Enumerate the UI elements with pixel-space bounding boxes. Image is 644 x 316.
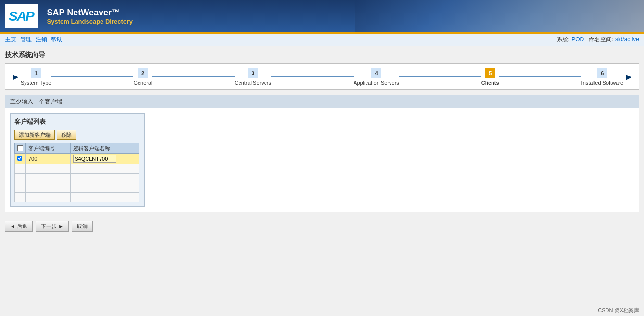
namespace-value[interactable]: sld/active: [615, 36, 639, 43]
system-name[interactable]: POD: [571, 36, 584, 43]
page-footer: CSDN @X档案库: [593, 305, 644, 316]
panel-header: 至少输入一个客户端: [5, 95, 639, 108]
table-row: [15, 193, 139, 202]
table-row[interactable]: 700: [15, 154, 139, 164]
sap-logo: SAP: [9, 9, 34, 24]
nav-logout[interactable]: 注销: [36, 36, 47, 44]
step-line-3: [271, 76, 354, 77]
row-checkbox[interactable]: [17, 156, 22, 161]
table-row: [15, 164, 139, 174]
step-4-label: Application Servers: [354, 80, 399, 86]
header: SAP SAP NetWeaver™ System Landscape Dire…: [0, 0, 644, 34]
client-table: 客户端编号 逻辑客户端名称 700: [14, 143, 139, 202]
nav-home[interactable]: 主页: [5, 36, 16, 44]
step-2-label: General: [133, 80, 152, 86]
step-2: 2 General: [133, 68, 152, 86]
step-5-label: Clients: [481, 80, 499, 86]
nav-bar: 主页 管理 注销 帮助 系统: POD 命名空间: sld/active: [0, 34, 644, 46]
step-4: 4 Application Servers: [354, 68, 399, 86]
content-panel: 至少输入一个客户端 客户端列表 添加新客户端 移除 客户端编号 逻辑客户: [5, 95, 639, 212]
back-button[interactable]: ◄ 后退: [5, 221, 33, 232]
empty-checkbox-cell: [15, 193, 26, 202]
nav-manage[interactable]: 管理: [20, 36, 32, 44]
table-row: [15, 183, 139, 193]
step-5-num[interactable]: 5: [485, 68, 495, 78]
nav-help[interactable]: 帮助: [51, 36, 63, 44]
client-table-buttons: 添加新客户端 移除: [14, 130, 140, 140]
step-5: 5 Clients: [481, 68, 499, 86]
empty-logical-name: [71, 193, 139, 202]
header-title: SAP NetWeaver™ System Landscape Director…: [47, 8, 133, 25]
client-table-container: 客户端列表 添加新客户端 移除 客户端编号 逻辑客户端名称: [10, 113, 145, 207]
footer-buttons: ◄ 后退 下一步 ► 取消: [5, 217, 639, 236]
next-button[interactable]: 下一步 ►: [36, 221, 69, 232]
nav-system-info: 系统: POD 命名空间: sld/active: [557, 36, 639, 44]
step-line-2: [152, 76, 235, 77]
step-1-label: System Type: [21, 80, 51, 86]
logical-name-cell[interactable]: [71, 154, 139, 164]
namespace-label: 命名空间:: [589, 36, 613, 43]
logo-container: SAP: [5, 4, 38, 28]
empty-client-num: [26, 183, 71, 193]
empty-checkbox-cell: [15, 183, 26, 193]
wizard-end-arrow: ▶: [626, 72, 631, 81]
step-2-num[interactable]: 2: [138, 68, 148, 78]
step-1: 1 System Type: [21, 68, 51, 86]
empty-client-num: [26, 164, 71, 174]
step-6-label: Installed Software: [581, 80, 623, 86]
client-table-title: 客户端列表: [14, 117, 140, 126]
empty-client-num: [26, 193, 71, 202]
main-content: 技术系统向导 ▶ 1 System Type 2 General 3 Centr…: [0, 46, 644, 240]
empty-client-num: [26, 174, 71, 183]
header-banner: [355, 0, 644, 34]
row-checkbox-cell[interactable]: [15, 154, 26, 164]
step-6-num[interactable]: 6: [597, 68, 607, 78]
client-table-scroll-area: 客户端编号 逻辑客户端名称 700: [14, 143, 140, 202]
copy-icon: [17, 145, 23, 151]
product-subtitle: System Landscape Directory: [47, 18, 133, 25]
table-header-row: 客户端编号 逻辑客户端名称: [15, 143, 139, 154]
step-line-5: [499, 76, 581, 77]
remove-client-button[interactable]: 移除: [57, 130, 76, 140]
step-line-1: [51, 76, 133, 77]
client-num-cell: 700: [26, 154, 71, 164]
watermark: CSDN @X档案库: [598, 307, 639, 313]
empty-logical-name: [71, 183, 139, 193]
product-name: SAP NetWeaver™: [47, 8, 133, 18]
nav-links: 主页 管理 注销 帮助: [5, 36, 63, 44]
step-1-num[interactable]: 1: [31, 68, 41, 78]
empty-checkbox-cell: [15, 164, 26, 174]
table-row: [15, 174, 139, 183]
step-6: 6 Installed Software: [581, 68, 623, 86]
empty-checkbox-cell: [15, 174, 26, 183]
step-line-4: [399, 76, 481, 77]
step-4-num[interactable]: 4: [371, 68, 381, 78]
col-copy-header: [15, 143, 26, 154]
add-client-button[interactable]: 添加新客户端: [14, 130, 55, 140]
wizard-steps: ▶ 1 System Type 2 General 3 Central Serv…: [5, 63, 639, 90]
cancel-button[interactable]: 取消: [72, 221, 93, 232]
step-3-label: Central Servers: [235, 80, 271, 86]
logical-name-input[interactable]: [73, 155, 116, 163]
wizard-start-arrow: ▶: [13, 72, 18, 81]
step-3-num[interactable]: 3: [248, 68, 258, 78]
wizard-title: 技术系统向导: [5, 51, 639, 60]
col-client-num-header: 客户端编号: [26, 143, 71, 154]
steps-container: 1 System Type 2 General 3 Central Server…: [21, 68, 623, 86]
empty-logical-name: [71, 164, 139, 174]
empty-logical-name: [71, 174, 139, 183]
step-3: 3 Central Servers: [235, 68, 271, 86]
col-logical-name-header: 逻辑客户端名称: [71, 143, 139, 154]
system-label: 系统:: [557, 36, 570, 43]
